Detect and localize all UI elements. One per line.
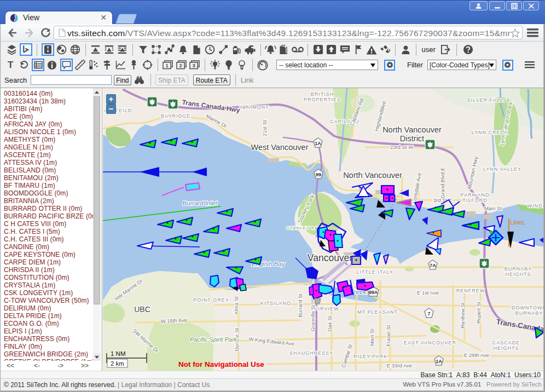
svg-text:E 1st Ave: E 1st Ave [417,290,439,296]
svg-text:MT PLEASANT: MT PLEASANT [357,309,397,315]
svg-text:KITSILANO: KITSILANO [260,301,291,306]
svg-text:LYNN VALLEY: LYNN VALLEY [483,166,521,172]
svg-text:WINDSOR: WINDSOR [527,203,544,209]
svg-text:HEIGHTS: HEIGHTS [505,272,531,277]
svg-text:North Vancouver: North Vancouver [343,171,402,180]
svg-text:LITTLE ITALY: LITTLE ITALY [356,269,393,275]
svg-text:Granville St: Granville St [310,304,316,331]
svg-text:2: 2 [179,62,182,68]
svg-text:Rupert St: Rupert St [476,302,482,324]
svg-text:99: 99 [316,172,321,177]
svg-text:RENFREW: RENFREW [456,288,485,293]
svg-text:Vancouver: Vancouver [308,252,353,263]
svg-text:Grand Blvd E: Grand Blvd E [439,168,445,199]
svg-text:Pacific Spirit Park: Pacific Spirit Park [190,336,237,343]
svg-text:Renfrew St: Renfrew St [460,302,466,328]
svg-text:1: 1 [166,62,169,68]
svg-text:BAYRIDGE: BAYRIDGE [161,113,190,119]
svg-text:PROPERTIES: PROPERTIES [304,97,341,102]
svg-text:21st St: 21st St [262,120,268,136]
svg-text:99A: 99A [369,290,378,295]
svg-text:TILFORD: TILFORD [462,198,488,203]
svg-text:3: 3 [193,62,195,68]
svg-text:ALTAMONT: ALTAMONT [239,105,269,110]
svg-text:SILVER FALLS: SILVER FALLS [467,97,507,103]
svg-text:BURNABY: BURNABY [505,266,532,272]
svg-text:HEIGHTS: HEIGHTS [493,345,519,351]
svg-text:1A: 1A [436,359,442,364]
svg-text:West Vancouver: West Vancouver [251,143,308,152]
svg-text:7: 7 [427,311,430,316]
svg-text:UBC: UBC [134,305,150,314]
svg-text:Fraser St: Fraser St [385,325,391,346]
svg-text:BURNABY: BURNABY [515,310,543,316]
svg-text:7A: 7A [430,263,436,268]
svg-text:District: District [400,134,424,143]
svg-text:E 29th Ave: E 29th Ave [464,352,489,358]
svg-text:BRITISH: BRITISH [311,91,334,97]
svg-text:POINT GREY: POINT GREY [193,297,229,303]
svg-text:Not for Navigational Use: Not for Navigational Use [178,360,264,368]
svg-text:DOWNTOWN: DOWNTOWN [512,305,544,310]
svg-text:1 NM: 1 NM [111,350,125,357]
svg-text:E 33rd Ave: E 33rd Ave [387,362,412,368]
svg-text:LineL: LineL [510,219,526,226]
svg-text:Oak St: Oak St [327,315,333,331]
svg-text:EAST VANCOUVER: EAST VANCOUVER [404,340,456,345]
svg-text:North Vancouver: North Vancouver [382,125,442,134]
svg-text:Main St: Main St [369,328,375,347]
svg-text:CASCADE: CASCADE [492,340,520,345]
svg-text:23rd St W: 23rd St W [390,144,413,150]
svg-text:Alma St: Alma St [233,296,239,315]
svg-text:1A: 1A [315,141,321,146]
svg-text:PARK AND: PARK AND [461,192,490,198]
svg-text:Main St: Main St [484,205,502,211]
svg-text:Burrard St: Burrard St [297,293,303,318]
svg-text:RILEY PARK: RILEY PARK [353,354,387,359]
svg-text:SHAUGHNESSY: SHAUGHNESSY [289,350,333,356]
svg-text:Burrard Inlet: Burrard Inlet [182,200,217,206]
svg-text:2 km: 2 km [111,360,124,367]
